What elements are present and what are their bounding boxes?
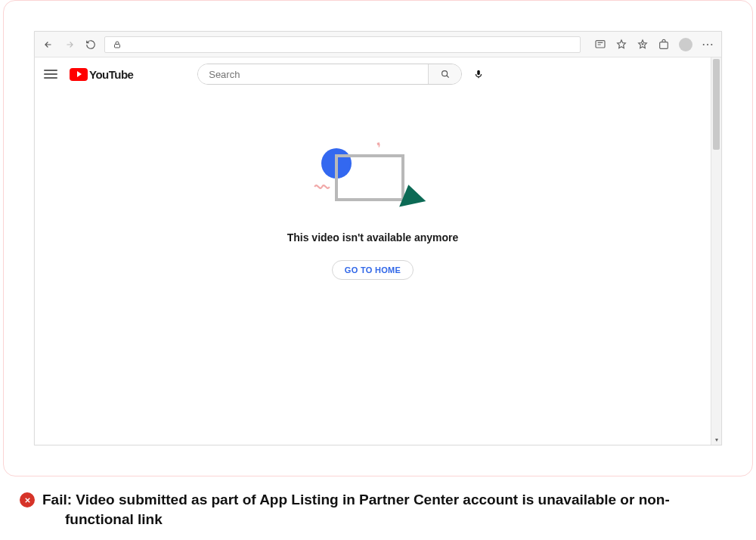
svg-point-3 xyxy=(442,71,447,76)
refresh-icon[interactable] xyxy=(85,39,97,51)
error-message: This video isn't available anymore xyxy=(287,231,459,244)
profile-avatar[interactable] xyxy=(679,38,692,51)
search-button[interactable] xyxy=(428,64,461,84)
caption-line-1: Fail: Video submitted as part of App Lis… xyxy=(42,492,670,507)
unavailable-illustration: ❜ xyxy=(312,144,433,212)
youtube-error-body: ❜ This video isn't available anymore GO … xyxy=(35,91,711,280)
collections-icon[interactable] xyxy=(637,39,649,51)
lock-icon xyxy=(111,39,123,51)
caption-line-2: functional link xyxy=(42,510,670,529)
toolbar-actions: ⋯ xyxy=(594,38,714,51)
fail-caption-text: Fail: Video submitted as part of App Lis… xyxy=(42,490,670,529)
voice-search-button[interactable] xyxy=(471,67,486,82)
scrollbar-down-icon[interactable]: ▾ xyxy=(711,434,721,445)
extensions-icon[interactable] xyxy=(658,39,670,51)
example-frame: ⋯ YouTube xyxy=(3,0,753,476)
nav-group xyxy=(42,39,97,51)
back-icon[interactable] xyxy=(42,39,54,51)
url-bar[interactable] xyxy=(104,36,581,53)
search-input[interactable] xyxy=(198,64,428,84)
search-box xyxy=(197,64,462,85)
scrollbar-thumb[interactable] xyxy=(713,59,720,150)
youtube-header: YouTube xyxy=(35,57,711,91)
reader-icon[interactable] xyxy=(594,39,606,51)
search-icon xyxy=(440,69,451,79)
svg-rect-1 xyxy=(596,40,605,47)
more-icon[interactable]: ⋯ xyxy=(702,39,714,51)
youtube-brand-text: YouTube xyxy=(89,68,133,81)
forward-icon[interactable] xyxy=(64,39,76,51)
fail-icon xyxy=(20,492,35,507)
svg-rect-0 xyxy=(115,44,120,48)
youtube-logo[interactable]: YouTube xyxy=(70,68,133,81)
fail-caption: Fail: Video submitted as part of App Lis… xyxy=(3,476,753,529)
youtube-play-icon xyxy=(70,68,88,81)
svg-rect-2 xyxy=(660,42,668,48)
browser-window: ⋯ YouTube xyxy=(34,31,722,445)
content-host: YouTube xyxy=(35,57,721,445)
go-home-button[interactable]: GO TO HOME xyxy=(332,260,414,280)
svg-rect-4 xyxy=(477,70,480,75)
browser-toolbar: ⋯ xyxy=(35,32,721,57)
search-wrap xyxy=(197,64,486,85)
youtube-page: YouTube xyxy=(35,57,711,445)
microphone-icon xyxy=(473,67,484,81)
favorite-star-icon[interactable] xyxy=(615,39,627,51)
scrollbar[interactable]: ▾ xyxy=(711,57,721,445)
hamburger-icon[interactable] xyxy=(44,67,59,82)
